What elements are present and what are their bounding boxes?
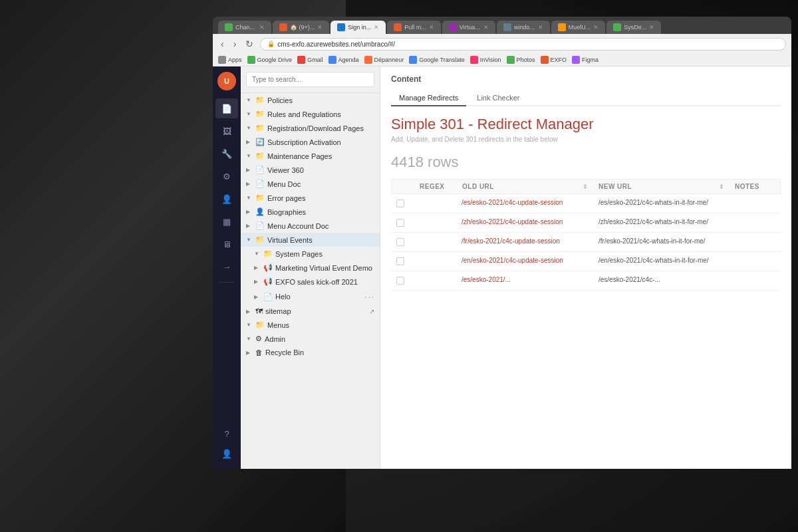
tree-item-0[interactable]: ▼ 📁 Policies — [241, 93, 380, 107]
tree-item-label: Registration/Download Pages — [267, 124, 374, 132]
sidebar-icon-forms[interactable]: ▦ — [215, 211, 238, 231]
tree-item-2[interactable]: ▼ 📁 Registration/Download Pages — [241, 121, 380, 135]
tree-item-11[interactable]: ▼ 📁 System Pages — [241, 247, 380, 261]
col-old-url-sort[interactable]: ⇕ — [583, 184, 596, 190]
sidebar-icon-user[interactable]: 👤 — [215, 444, 238, 464]
tree-item-10[interactable]: ▼ 📁 Virtual Events — [241, 233, 380, 247]
row-old-url[interactable]: /es/esko-2021/... — [462, 275, 580, 285]
bookmark-figma[interactable]: Figma — [572, 56, 598, 64]
sidebar-icon-arrow[interactable]: → — [215, 257, 238, 277]
tree-item-15[interactable]: ▶ 🗺 sitemap ↗ — [241, 305, 380, 318]
tree-item-label: Helo — [275, 293, 362, 301]
tree-content[interactable]: ▼ 📁 Policies ▼ 📁 Rules and Regulations ▼… — [241, 93, 380, 469]
tree-item-14[interactable]: ▶ 📄 Helo ··· — [241, 289, 380, 305]
bookmark-gmail[interactable]: Gmail — [297, 56, 323, 64]
tree-item-4[interactable]: ▼ 📁 Maintenance Pages — [241, 149, 380, 163]
reload-button[interactable]: ↻ — [243, 37, 256, 51]
browser-tab-t7[interactable]: MuelU... ✕ — [551, 21, 606, 34]
row-checkbox[interactable] — [396, 256, 416, 267]
row-old-url[interactable]: /zh/esko-2021/c4c-update-session — [462, 217, 580, 227]
browser-tab-t6[interactable]: windo... ✕ — [497, 21, 550, 34]
bookmarks-bar: AppsGoogle DriveGmailAgendaDépanneurGoog… — [213, 54, 791, 66]
row-checkbox[interactable] — [396, 198, 416, 209]
sidebar-icon-users[interactable]: 👤 — [215, 189, 238, 209]
tree-arrow: ▶ — [254, 294, 261, 300]
bookmark-agenda[interactable]: Agenda — [329, 56, 359, 64]
browser-tab-t8[interactable]: SysDe... ✕ — [606, 21, 661, 34]
col-old-url: OLD URL — [462, 183, 580, 190]
row-checkbox[interactable] — [396, 217, 416, 228]
content-tab-link-checker[interactable]: Link Checker — [469, 90, 527, 106]
tree-item-label: Marketing Virtual Event Demo — [275, 264, 374, 272]
content-panel[interactable]: Content Manage RedirectsLink Checker Sim… — [380, 66, 791, 469]
icon-sidebar: U 📄🖼🔧⚙👤▦🖥→?👤 — [213, 66, 241, 469]
bookmark-google-translate[interactable]: Google Translate — [409, 56, 465, 64]
redirect-manager-subtitle: Add, Update, and Delete 301 redirects in… — [391, 136, 781, 143]
sidebar-icon-config[interactable]: ⚙ — [215, 166, 238, 186]
table-row-2[interactable]: /fr/esko-2021/c4c-update-session /fr/esk… — [391, 233, 781, 252]
bookmark-photos[interactable]: Photos — [507, 56, 535, 64]
browser-tab-t1[interactable]: Chan... ✕ — [218, 21, 271, 34]
row-old-url[interactable]: /es/esko-2021/c4c-update-session — [462, 198, 580, 207]
table-row-1[interactable]: /zh/esko-2021/c4c-update-session /zh/esk… — [391, 213, 781, 233]
bookmark-invision[interactable]: InVision — [470, 56, 501, 64]
tree-item-label: EXFO sales kick-off 2021 — [275, 278, 374, 286]
tree-item-icon: 🔄 — [255, 138, 265, 146]
tree-item-label: sitemap — [265, 307, 366, 315]
row-old-url[interactable]: /en/esko-2021/c4c-update-session — [462, 256, 580, 265]
tree-item-label: Menus — [267, 321, 374, 329]
tree-item-dots[interactable]: ··· — [364, 291, 374, 302]
content-tabs: Manage RedirectsLink Checker — [391, 90, 781, 106]
tree-arrow: ▼ — [246, 125, 253, 131]
tree-item-3[interactable]: ▶ 🔄 Subscription Activation — [241, 135, 380, 149]
table-row-3[interactable]: /en/esko-2021/c4c-update-session /en/esk… — [391, 252, 781, 271]
sidebar-icon-content[interactable]: 📄 — [215, 98, 238, 118]
tree-item-7[interactable]: ▼ 📁 Error pages — [241, 191, 380, 205]
bookmark-google-drive[interactable]: Google Drive — [247, 56, 293, 64]
sidebar-icon-help[interactable]: ? — [215, 424, 238, 444]
bookmark-apps[interactable]: Apps — [218, 56, 242, 64]
search-box — [241, 66, 380, 93]
content-tab-manage-redirects[interactable]: Manage Redirects — [391, 90, 466, 106]
row-new-url: /en/esko-2021/c4c-whats-in-it-for-me/ — [598, 256, 717, 265]
cms-logo: U — [217, 72, 236, 90]
row-old-url[interactable]: /fr/esko-2021/c4c-update-session — [462, 237, 580, 246]
row-count: 4418 rows — [391, 154, 781, 171]
sidebar-icon-deploy[interactable]: 🖥 — [215, 234, 238, 254]
row-checkbox[interactable] — [396, 237, 416, 247]
bookmark-exfo[interactable]: EXFO — [541, 56, 567, 64]
tree-item-16[interactable]: ▼ 📁 Menus — [241, 318, 380, 332]
browser-tab-t2[interactable]: 🏠 (9+)... ✕ — [273, 21, 329, 34]
tree-item-label: Subscription Activation — [267, 138, 374, 146]
browser-tab-t5[interactable]: Virtua... ✕ — [442, 21, 495, 34]
icon-bar-bottom: ?👤 — [215, 424, 238, 464]
table-row-4[interactable]: /es/esko-2021/... /es/esko-2021/c4c-... — [391, 271, 781, 291]
col-new-url-sort[interactable]: ⇕ — [719, 184, 732, 190]
search-input[interactable] — [246, 72, 374, 87]
tree-item-6[interactable]: ▶ 📄 Menu Doc — [241, 177, 380, 191]
sidebar-icon-settings[interactable]: 🔧 — [215, 144, 238, 164]
table-row-0[interactable]: /es/esko-2021/c4c-update-session /es/esk… — [391, 194, 781, 213]
browser-tab-t3[interactable]: Sign in... ✕ — [331, 21, 386, 34]
row-checkbox[interactable] — [396, 275, 416, 286]
back-button[interactable]: ‹ — [218, 37, 227, 51]
tree-item-icon: 📢 — [263, 263, 273, 272]
tree-item-8[interactable]: ▶ 👤 Biographies — [241, 205, 380, 219]
tree-item-label: Maintenance Pages — [267, 152, 374, 160]
tree-item-12[interactable]: ▶ 📢 Marketing Virtual Event Demo — [241, 261, 380, 275]
address-bar[interactable]: 🔒 cms-exfo.azurewebsites.net/umbraco/#/ — [260, 38, 786, 51]
sidebar-icon-media[interactable]: 🖼 — [215, 121, 238, 141]
browser-tab-t4[interactable]: Pull m... ✕ — [387, 21, 441, 34]
tree-item-13[interactable]: ▶ 📢 EXFO sales kick-off 2021 — [241, 275, 380, 289]
tree-item-label: Menu Account Doc — [267, 222, 374, 230]
tree-item-18[interactable]: ▶ 🗑 Recycle Bin — [241, 346, 380, 359]
tree-item-17[interactable]: ▼ ⚙ Admin — [241, 332, 380, 346]
tree-item-1[interactable]: ▼ 📁 Rules and Regulations — [241, 107, 380, 121]
tree-item-icon: 📄 — [255, 180, 265, 188]
tree-item-9[interactable]: ▶ 📄 Menu Account Doc — [241, 219, 380, 233]
tree-item-5[interactable]: ▶ 📄 Viewer 360 — [241, 163, 380, 177]
bookmark-dépanneur[interactable]: Dépanneur — [364, 56, 404, 64]
icon-bar-separator — [219, 282, 235, 283]
tree-item-label: System Pages — [275, 250, 374, 258]
forward-button[interactable]: › — [231, 37, 239, 51]
